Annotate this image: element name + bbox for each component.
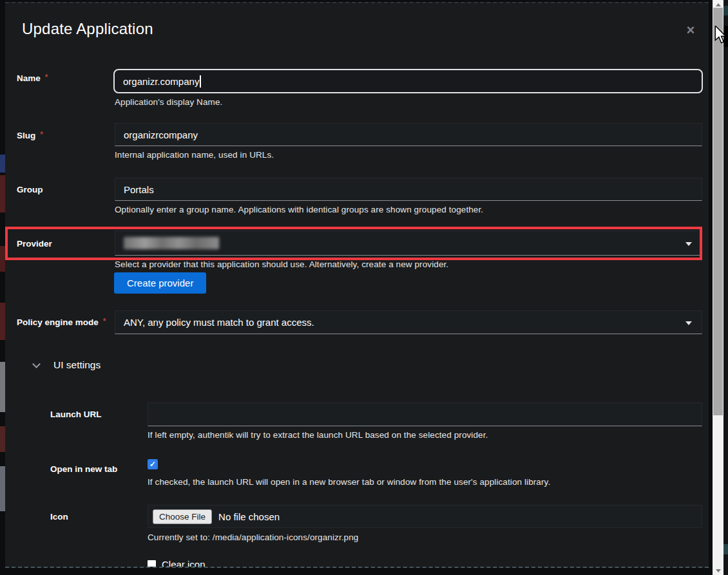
icon-label: Icon bbox=[50, 512, 68, 522]
launch-url-help: If left empty, authentik will try to ext… bbox=[148, 430, 488, 440]
close-icon[interactable]: × bbox=[682, 22, 699, 39]
scrollbar-down-button[interactable] bbox=[713, 566, 723, 575]
required-marker: * bbox=[45, 73, 48, 82]
update-application-modal: Update Application × Name* organizr.comp… bbox=[5, 2, 709, 568]
open-in-new-tab-label: Open in new tab bbox=[50, 464, 117, 474]
background-app-icon bbox=[0, 246, 5, 272]
background-app-icon bbox=[0, 303, 5, 340]
window-edge-accent bbox=[723, 544, 728, 554]
group-help: Optionally enter a group name. Applicati… bbox=[115, 205, 483, 214]
name-help: Application's display Name. bbox=[115, 97, 222, 107]
clear-icon-label: Clear icon bbox=[162, 559, 206, 568]
chevron-down-icon bbox=[32, 360, 41, 368]
ui-settings-toggle[interactable]: UI settings bbox=[22, 359, 101, 371]
background-app-icon bbox=[0, 362, 5, 412]
name-input-value: organizr.company bbox=[123, 76, 199, 87]
background-app-icon bbox=[0, 155, 5, 173]
group-input-value: Portals bbox=[124, 184, 154, 195]
required-marker: * bbox=[40, 130, 43, 139]
slug-input-value: organizrcompany bbox=[124, 129, 198, 140]
launch-url-label: Launch URL bbox=[50, 410, 102, 419]
arrow-down-icon bbox=[716, 569, 721, 572]
policy-engine-mode-value: ANY, any policy must match to grant acce… bbox=[124, 317, 314, 328]
ui-settings-header: UI settings bbox=[53, 359, 101, 371]
scrollbar-thumb[interactable] bbox=[713, 8, 723, 415]
create-provider-button[interactable]: Create provider bbox=[114, 272, 206, 294]
provider-help: Select a provider that this application … bbox=[115, 259, 448, 269]
arrow-up-icon bbox=[716, 3, 721, 6]
choose-file-button[interactable]: Choose File bbox=[153, 509, 212, 524]
chevron-down-icon bbox=[685, 242, 692, 246]
background-app-icon bbox=[0, 426, 5, 452]
slug-help: Internal application name, used in URLs. bbox=[115, 150, 274, 160]
window-edge-accent bbox=[723, 6, 728, 15]
text-cursor bbox=[200, 75, 201, 88]
group-label: Group bbox=[17, 185, 43, 194]
required-marker: * bbox=[103, 317, 106, 326]
group-input[interactable]: Portals bbox=[115, 178, 702, 201]
policy-engine-mode-label: Policy engine mode* bbox=[17, 317, 106, 327]
launch-url-input[interactable] bbox=[148, 402, 702, 426]
provider-redacted-value bbox=[124, 237, 219, 249]
file-status-text: No file chosen bbox=[218, 511, 280, 522]
open-in-new-tab-checkbox[interactable]: ✓ bbox=[148, 459, 158, 469]
clear-icon-checkbox[interactable] bbox=[148, 560, 156, 568]
window-edge bbox=[723, 0, 728, 575]
modal-title: Update Application bbox=[22, 20, 153, 38]
name-label: Name* bbox=[17, 73, 48, 83]
slug-label: Slug* bbox=[17, 130, 43, 140]
provider-select[interactable] bbox=[115, 231, 702, 256]
chevron-down-icon bbox=[685, 321, 692, 325]
mouse-cursor bbox=[714, 26, 727, 44]
open-in-new-tab-help: If checked, the launch URL will open in … bbox=[148, 477, 550, 487]
provider-label: Provider bbox=[17, 239, 52, 249]
background-app-icon bbox=[0, 466, 5, 511]
icon-file-input[interactable]: Choose File No file chosen bbox=[148, 505, 702, 528]
screen: Update Application × Name* organizr.comp… bbox=[0, 0, 728, 575]
icon-help: Currently set to: /media/application-ico… bbox=[148, 533, 358, 542]
slug-input[interactable]: organizrcompany bbox=[115, 123, 702, 146]
checkmark-icon: ✓ bbox=[149, 460, 156, 469]
name-input[interactable]: organizr.company bbox=[113, 69, 703, 93]
policy-engine-mode-select[interactable]: ANY, any policy must match to grant acce… bbox=[115, 310, 702, 334]
background-app-icon bbox=[0, 175, 5, 212]
